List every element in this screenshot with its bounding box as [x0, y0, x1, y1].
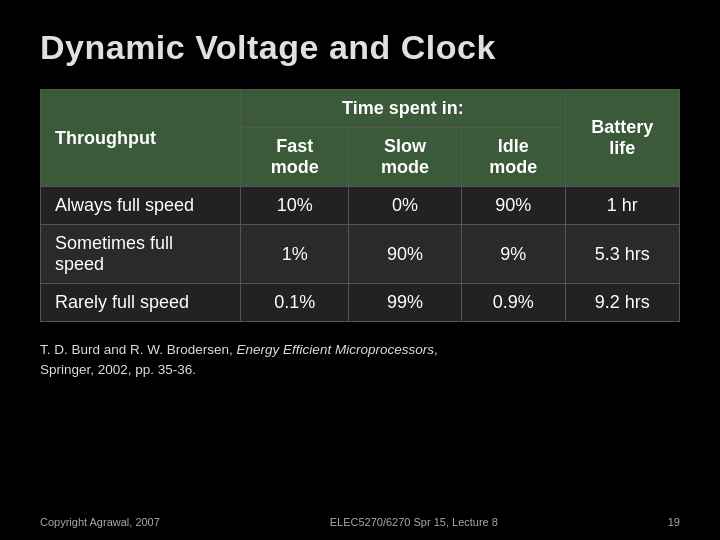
header-row-top: Throughput Time spent in: Battery life [41, 90, 680, 128]
slow-mode-header: Slow mode [349, 128, 461, 187]
fast-mode-header: Fast mode [241, 128, 349, 187]
table-row: Sometimes full speed 1% 90% 9% 5.3 hrs [41, 225, 680, 284]
footnote-prefix: T. D. Burd and R. W. Brodersen, [40, 342, 237, 357]
row0-idle: 90% [461, 187, 565, 225]
footnote-line2: Springer, 2002, pp. 35-36. [40, 362, 196, 377]
throughput-header: Throughput [41, 90, 241, 187]
row0-label: Always full speed [41, 187, 241, 225]
table-row: Always full speed 10% 0% 90% 1 hr [41, 187, 680, 225]
slide-footer: Copyright Agrawal, 2007 ELEC5270/6270 Sp… [40, 516, 680, 528]
footer-copyright: Copyright Agrawal, 2007 [40, 516, 160, 528]
footnote-italic: Energy Efficient Microprocessors [237, 342, 434, 357]
row0-slow: 0% [349, 187, 461, 225]
row1-label: Sometimes full speed [41, 225, 241, 284]
footer-course: ELEC5270/6270 Spr 15, Lecture 8 [330, 516, 498, 528]
data-table-wrapper: Throughput Time spent in: Battery life F… [40, 89, 680, 322]
idle-mode-header: Idle mode [461, 128, 565, 187]
row1-idle: 9% [461, 225, 565, 284]
data-table: Throughput Time spent in: Battery life F… [40, 89, 680, 322]
row0-battery: 1 hr [565, 187, 679, 225]
row1-fast: 1% [241, 225, 349, 284]
slide-title: Dynamic Voltage and Clock [40, 28, 680, 67]
row2-battery: 9.2 hrs [565, 284, 679, 322]
time-spent-header: Time spent in: [241, 90, 566, 128]
row1-battery: 5.3 hrs [565, 225, 679, 284]
footnote: T. D. Burd and R. W. Brodersen, Energy E… [40, 340, 680, 381]
row0-fast: 10% [241, 187, 349, 225]
footer-page: 19 [668, 516, 680, 528]
footnote-suffix: , [434, 342, 438, 357]
row2-fast: 0.1% [241, 284, 349, 322]
row2-idle: 0.9% [461, 284, 565, 322]
table-row: Rarely full speed 0.1% 99% 0.9% 9.2 hrs [41, 284, 680, 322]
slide: Dynamic Voltage and Clock Throughput Tim… [0, 0, 720, 540]
row2-label: Rarely full speed [41, 284, 241, 322]
row2-slow: 99% [349, 284, 461, 322]
battery-life-header: Battery life [565, 90, 679, 187]
row1-slow: 90% [349, 225, 461, 284]
